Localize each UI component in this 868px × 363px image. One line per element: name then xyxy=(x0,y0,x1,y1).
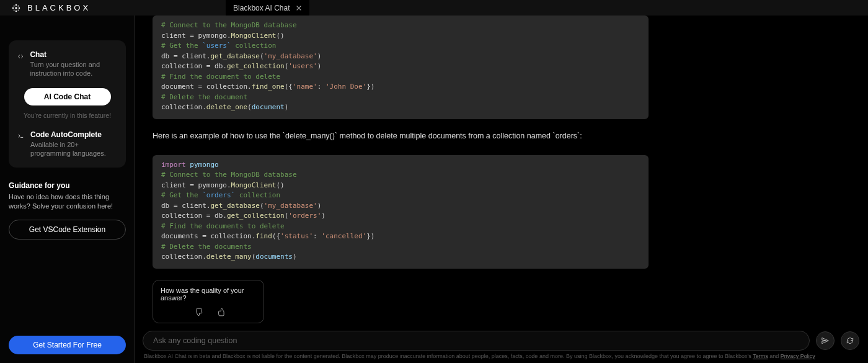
svg-point-1 xyxy=(12,7,14,9)
sidebar-autocomplete-title: Code AutoComplete xyxy=(30,130,117,139)
sidebar: Chat Turn your question and instruction … xyxy=(0,16,135,363)
refresh-icon xyxy=(846,336,854,345)
svg-point-6 xyxy=(18,5,19,6)
svg-point-7 xyxy=(14,9,15,11)
app-logo-text: BLACKBOX xyxy=(27,3,91,12)
svg-point-5 xyxy=(14,5,15,6)
thumbs-up-icon[interactable] xyxy=(217,308,226,316)
send-icon xyxy=(821,336,830,345)
sidebar-chat-desc: Turn your question and instruction into … xyxy=(30,60,117,78)
tab-title: Blackbox AI Chat xyxy=(233,4,290,12)
app-logo-icon xyxy=(10,2,22,14)
feedback-title: How was the quality of your answer? xyxy=(161,287,256,302)
input-row xyxy=(135,327,868,351)
sidebar-item-chat[interactable]: Chat Turn your question and instruction … xyxy=(17,50,117,78)
terms-link[interactable]: Terms xyxy=(753,353,768,359)
explanation-text: Here is an example of how to use the `de… xyxy=(153,130,649,141)
refresh-button[interactable] xyxy=(841,331,859,350)
tab-blackbox-chat[interactable]: Blackbox AI Chat xyxy=(226,0,309,16)
footer-disclaimer: Blackbox AI Chat is in beta and Blackbox… xyxy=(135,351,868,363)
svg-point-0 xyxy=(15,7,17,9)
get-vscode-extension-button[interactable]: Get VSCode Extension xyxy=(9,220,126,240)
svg-point-3 xyxy=(16,4,17,6)
thumbs-down-icon[interactable] xyxy=(195,308,203,316)
chat-input[interactable] xyxy=(143,331,810,351)
svg-point-4 xyxy=(16,10,17,12)
sidebar-item-autocomplete[interactable]: Code AutoComplete Available in 20+ progr… xyxy=(17,130,117,158)
code-block-2: import pymongo # Connect to the MongoDB … xyxy=(153,155,649,269)
get-started-button[interactable]: Get Started For Free xyxy=(9,336,126,354)
sidebar-autocomplete-desc: Available in 20+ programming languages. xyxy=(30,140,117,158)
current-feature-note: You're currently in this feature! xyxy=(17,112,117,119)
privacy-link[interactable]: Privacy Policy xyxy=(781,353,815,359)
code-block-1: # Connect to the MongoDB database client… xyxy=(153,16,649,119)
svg-point-2 xyxy=(19,7,20,9)
guidance-section: Guidance for you Have no idea how does t… xyxy=(9,181,126,240)
chat-scroll[interactable]: # Connect to the MongoDB database client… xyxy=(135,16,868,327)
guidance-desc: Have no idea how does this thing works? … xyxy=(9,192,126,211)
terminal-icon xyxy=(17,132,24,141)
main-area: # Connect to the MongoDB database client… xyxy=(135,16,868,363)
feedback-card: How was the quality of your answer? xyxy=(153,280,264,323)
close-icon[interactable] xyxy=(296,5,302,11)
svg-point-8 xyxy=(18,9,19,11)
guidance-title: Guidance for you xyxy=(9,181,126,190)
code-brackets-icon xyxy=(17,52,24,61)
sidebar-card: Chat Turn your question and instruction … xyxy=(9,40,126,168)
send-button[interactable] xyxy=(816,331,835,350)
ai-code-chat-button[interactable]: AI Code Chat xyxy=(24,88,111,105)
sidebar-chat-title: Chat xyxy=(30,50,117,59)
